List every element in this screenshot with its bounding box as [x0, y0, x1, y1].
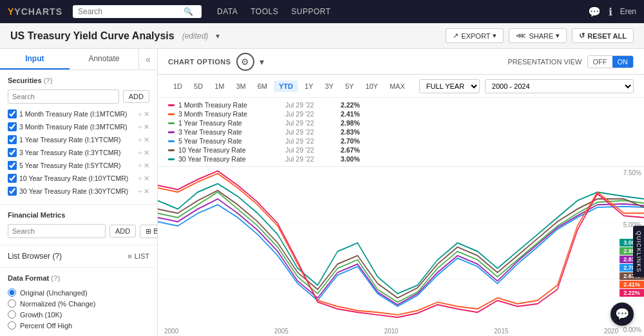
security-item: 3 Month Treasury Rate (I:3MTCMR) ÷ ✕: [8, 120, 149, 133]
data-format-radio-0[interactable]: [8, 288, 16, 297]
list-help-icon[interactable]: (?): [52, 252, 62, 261]
financial-add-button[interactable]: ADD: [109, 225, 136, 238]
security-checkbox-1[interactable]: [8, 122, 17, 131]
user-menu[interactable]: Eren: [620, 7, 636, 16]
legend-date-4: Jul 29 '22: [285, 137, 337, 145]
financial-search-input[interactable]: [8, 224, 106, 238]
security-remove-icon-2[interactable]: ✕: [144, 136, 149, 144]
security-actions-5: ÷ ✕: [138, 174, 149, 183]
chart-options-bar: CHART OPTIONS ⚙ ▾ PRESENTATION VIEW OFF …: [158, 49, 644, 75]
legend-label-6: 30 Year Treasury Rate: [178, 155, 281, 163]
full-year-select[interactable]: FULL YEAR: [419, 79, 480, 93]
legend-label-1: 3 Month Treasury Rate: [178, 110, 281, 118]
data-format-label-3: Percent Off High: [20, 322, 72, 330]
chart-options-dropdown-icon[interactable]: ▾: [260, 57, 264, 67]
tab-input[interactable]: Input: [0, 49, 70, 70]
data-format-radio-3[interactable]: [8, 321, 16, 330]
legend-item-6: 30 Year Treasury Rate Jul 29 '22 3.00%: [168, 154, 634, 163]
period-button-3y[interactable]: 3Y: [319, 80, 338, 92]
security-checkbox-2[interactable]: [8, 135, 17, 144]
browse-button[interactable]: ⊞ BROWSE: [140, 225, 158, 238]
search-input[interactable]: [78, 7, 181, 16]
period-button-6m[interactable]: 6M: [252, 80, 272, 92]
presentation-toggle[interactable]: OFF ON: [587, 55, 634, 68]
data-format-item-3[interactable]: Percent Off High: [8, 320, 149, 331]
security-checkbox-0[interactable]: [8, 109, 17, 118]
security-remove-icon-0[interactable]: ✕: [144, 110, 149, 118]
export-button[interactable]: ↗ EXPORT ▾: [446, 28, 504, 43]
security-remove-icon-3[interactable]: ✕: [144, 149, 149, 157]
legend-value-6: 3.00%: [341, 155, 360, 163]
security-checkbox-5[interactable]: [8, 174, 17, 183]
security-divide-icon-6[interactable]: ÷: [138, 187, 142, 196]
year-range-select[interactable]: 2000 - 2024: [485, 79, 634, 93]
chart-options-settings-button[interactable]: ⚙: [236, 53, 254, 71]
security-remove-icon-1[interactable]: ✕: [144, 123, 149, 131]
period-button-1d[interactable]: 1D: [168, 80, 187, 92]
legend-value-5: 2.67%: [341, 146, 360, 154]
page-title: US Treasury Yield Curve Analysis: [10, 30, 175, 42]
nav-tools[interactable]: TOOLS: [251, 7, 278, 16]
period-button-5d[interactable]: 5D: [189, 80, 208, 92]
security-divide-icon-0[interactable]: ÷: [138, 110, 142, 118]
reset-all-button[interactable]: ↺ RESET ALL: [572, 28, 634, 43]
share-icon: ⋘: [516, 32, 526, 40]
period-button-3m[interactable]: 3M: [231, 80, 251, 92]
securities-help-icon[interactable]: (?): [44, 77, 53, 84]
chat-button[interactable]: 💬: [611, 303, 634, 326]
security-checkbox-6[interactable]: [8, 187, 17, 196]
data-format-radio-1[interactable]: [8, 299, 16, 308]
data-format-item-2[interactable]: Growth (10K): [8, 309, 149, 320]
message-icon[interactable]: 💬: [588, 6, 601, 18]
security-divide-icon-1[interactable]: ÷: [138, 123, 142, 131]
security-remove-icon-5[interactable]: ✕: [144, 174, 149, 183]
security-item: 10 Year Treasury Rate (I:10YTCMR) ÷ ✕: [8, 172, 149, 185]
period-button-max[interactable]: MAX: [384, 80, 410, 92]
left-panel: Input Annotate « Securities (?) ADD 1 Mo…: [0, 49, 158, 336]
tab-annotate[interactable]: Annotate: [70, 49, 139, 70]
period-button-5y[interactable]: 5Y: [340, 80, 359, 92]
security-remove-icon-4[interactable]: ✕: [144, 162, 149, 170]
header-actions: ↗ EXPORT ▾ ⋘ SHARE ▾ ↺ RESET ALL: [446, 28, 634, 43]
search-bar[interactable]: 🔍: [73, 5, 202, 18]
toggle-off[interactable]: OFF: [588, 56, 612, 68]
browse-icon: ⊞: [146, 227, 151, 236]
list-browser-section: List Browser (?) ≡ LIST: [0, 245, 157, 268]
security-divide-icon-3[interactable]: ÷: [138, 149, 142, 157]
nav-support[interactable]: SUPPORT: [291, 7, 330, 16]
data-format-radio-2[interactable]: [8, 310, 16, 319]
security-checkbox-4[interactable]: [8, 161, 17, 170]
share-button[interactable]: ⋘ SHARE ▾: [509, 28, 567, 43]
securities-list: 1 Month Treasury Rate (I:1MTCMR) ÷ ✕ 3 M…: [8, 107, 149, 198]
collapse-panel-button[interactable]: «: [138, 49, 157, 70]
period-button-1y[interactable]: 1Y: [299, 80, 318, 92]
title-dropdown-icon[interactable]: ▾: [216, 32, 220, 41]
export-chevron-icon: ▾: [493, 32, 497, 40]
top-nav: YYCHARTS 🔍 DATA TOOLS SUPPORT 💬 ℹ Eren: [0, 0, 644, 23]
list-icon: ≡: [128, 252, 131, 260]
period-button-ytd[interactable]: YTD: [274, 80, 298, 92]
securities-search-input[interactable]: [8, 89, 119, 104]
data-format-help-icon[interactable]: (?): [51, 274, 60, 282]
period-button-10y[interactable]: 10Y: [360, 80, 383, 92]
securities-add-button[interactable]: ADD: [123, 90, 149, 103]
legend-label-4: 5 Year Treasury Rate: [178, 137, 281, 145]
security-divide-icon-5[interactable]: ÷: [138, 174, 142, 183]
nav-right: 💬 ℹ Eren: [588, 6, 636, 18]
list-button[interactable]: ≡ LIST: [128, 252, 149, 260]
security-divide-icon-4[interactable]: ÷: [138, 162, 142, 170]
legend-value-2: 2.98%: [341, 119, 360, 127]
data-format-item-1[interactable]: Normalized (% Change): [8, 298, 149, 309]
legend-dot-0: [168, 104, 175, 106]
security-divide-icon-2[interactable]: ÷: [138, 136, 142, 144]
data-format-item-0[interactable]: Original (Unchanged): [8, 287, 149, 298]
security-label-4: 5 Year Treasury Rate (I:5YTCMR): [19, 162, 135, 169]
quicklinks-sidebar[interactable]: QUICKLINKS: [633, 225, 644, 277]
security-checkbox-3[interactable]: [8, 148, 17, 157]
toggle-on[interactable]: ON: [612, 56, 634, 68]
security-remove-icon-6[interactable]: ✕: [144, 187, 149, 196]
info-icon[interactable]: ℹ: [609, 6, 612, 18]
period-button-1m[interactable]: 1M: [209, 80, 229, 92]
legend-list: 1 Month Treasury Rate Jul 29 '22 2.22% 3…: [168, 100, 634, 163]
nav-data[interactable]: DATA: [217, 7, 238, 16]
